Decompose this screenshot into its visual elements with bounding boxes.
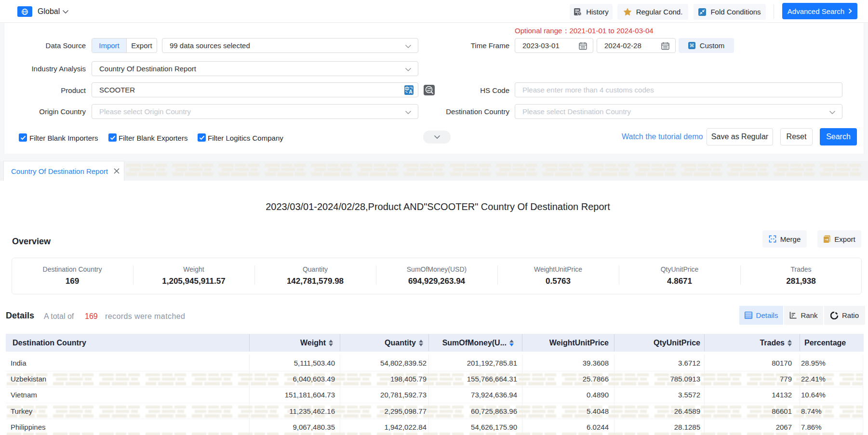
svg-text:⌘: ⌘ xyxy=(689,43,694,48)
